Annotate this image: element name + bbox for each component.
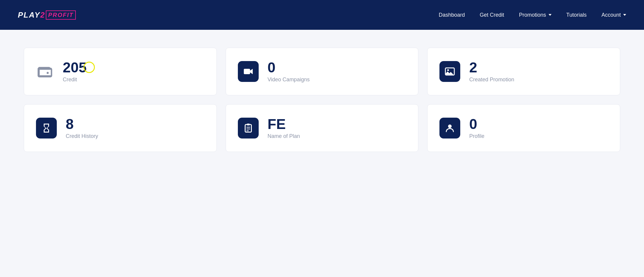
chevron-down-icon [549,14,552,16]
created-promotion-label: Created Promotion [469,77,514,83]
navbar: PLAY2PROFIT Dashboard Get Credit Promoti… [0,0,644,30]
nav-link-account[interactable]: Account [601,12,626,18]
nav-label-dashboard: Dashboard [439,12,465,18]
card-credit-history[interactable]: 8 Credit History [24,104,217,152]
name-of-plan-value: FE [268,117,300,131]
image-icon [439,61,460,82]
logo[interactable]: PLAY2PROFIT [18,10,76,20]
name-of-plan-label: Name of Plan [268,133,300,139]
nav-item-account[interactable]: Account [601,12,626,18]
card-promotion-info: 2 Created Promotion [469,60,514,83]
wallet-icon [36,63,54,80]
credit-history-value: 8 [66,117,98,131]
credit-label: Credit [63,77,87,83]
credit-value-wrap: 205 [63,60,87,75]
svg-rect-4 [247,124,249,125]
profile-value: 0 [469,117,484,131]
card-profile[interactable]: 0 Profile [427,104,620,152]
nav-link-tutorials[interactable]: Tutorials [566,12,587,18]
dashboard-main: 205 Credit 0 Video Campaigns [0,30,644,170]
card-created-promotion[interactable]: 2 Created Promotion [427,48,620,95]
card-video-info: 0 Video Campaigns [268,60,310,83]
svg-point-8 [448,125,452,128]
card-video-campaigns[interactable]: 0 Video Campaigns [226,48,419,95]
logo-profit-text: PROFIT [46,10,76,20]
card-name-of-plan[interactable]: FE Name of Plan [226,104,419,152]
card-plan-info: FE Name of Plan [268,117,300,139]
nav-item-tutorials[interactable]: Tutorials [566,12,587,18]
nav-item-promotions[interactable]: Promotions [519,12,552,18]
nav-link-dashboard[interactable]: Dashboard [439,12,465,18]
clipboard-icon [238,118,259,138]
profile-label: Profile [469,133,484,139]
nav-item-dashboard[interactable]: Dashboard [439,12,465,18]
nav-label-promotions: Promotions [519,12,546,18]
video-campaigns-label: Video Campaigns [268,77,310,83]
logo-play-text: PLAY [18,10,40,20]
nav-link-get-credit[interactable]: Get Credit [480,12,504,18]
nav-label-tutorials: Tutorials [566,12,587,18]
credit-history-label: Credit History [66,133,98,139]
card-credit-info: 205 Credit [63,60,87,83]
video-icon [238,61,259,82]
nav-item-get-credit[interactable]: Get Credit [480,12,504,18]
created-promotion-value: 2 [469,60,514,75]
credit-value: 205 [63,60,87,75]
nav-links: Dashboard Get Credit Promotions Tutorial… [439,12,626,18]
logo-2-text: 2 [40,10,45,20]
nav-link-promotions[interactable]: Promotions [519,12,552,18]
user-icon [439,118,460,138]
chevron-down-icon [623,14,626,16]
card-credit[interactable]: 205 Credit [24,48,217,95]
nav-label-account: Account [601,12,621,18]
svg-point-2 [447,69,449,71]
svg-rect-0 [244,69,250,74]
card-profile-info: 0 Profile [469,117,484,139]
hourglass-icon [36,118,57,138]
video-campaigns-value: 0 [268,60,310,75]
card-credit-history-info: 8 Credit History [66,117,98,139]
nav-label-get-credit: Get Credit [480,12,504,18]
